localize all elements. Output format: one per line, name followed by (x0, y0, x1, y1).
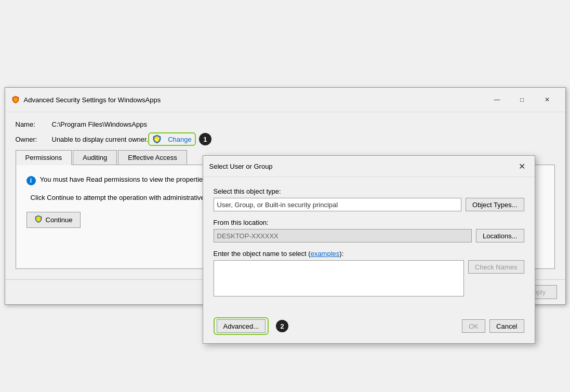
locations-button[interactable]: Locations... (476, 229, 524, 242)
object-name-label: Enter the object name to select (example… (214, 250, 524, 258)
step-badge-2: 2 (276, 320, 288, 332)
dialog-title-bar: Select User or Group ✕ (203, 156, 535, 177)
object-type-input[interactable] (214, 198, 462, 211)
tab-auditing[interactable]: Auditing (73, 150, 117, 165)
object-types-button[interactable]: Object Types... (466, 198, 524, 211)
close-button[interactable]: ✕ (535, 92, 559, 107)
tab-effective-access[interactable]: Effective Access (118, 150, 187, 165)
owner-row: Owner: Unable to display current owner. … (16, 132, 555, 146)
shield-icon (152, 134, 162, 144)
object-name-label-text: Enter the object name to select ( (214, 250, 311, 258)
step-badge-1: 1 (199, 133, 211, 145)
dialog-footer: Advanced... 2 OK Cancel (203, 312, 535, 343)
check-names-button[interactable]: Check Names (468, 260, 524, 274)
location-label: From this location: (214, 219, 524, 226)
dialog-title: Select User or Group (209, 163, 273, 170)
dialog-ok-button[interactable]: OK (462, 319, 485, 333)
location-section: From this location: Locations... (214, 219, 524, 242)
name-row: Name: C:\Program Files\WindowsApps (16, 120, 555, 128)
dialog-cancel-button[interactable]: Cancel (489, 319, 524, 333)
window-title: Advanced Security Settings for WindowsAp… (24, 96, 485, 104)
object-type-row: Object Types... (214, 198, 524, 211)
title-bar-controls: — □ ✕ (485, 92, 559, 107)
object-type-label: Select this object type: (214, 187, 524, 195)
tab-permissions[interactable]: Permissions (16, 150, 72, 165)
select-user-group-dialog: Select User or Group ✕ Select this objec… (203, 155, 535, 344)
object-name-label-end: ): (339, 250, 343, 258)
location-input[interactable] (214, 229, 472, 242)
owner-value: Unable to display current owner. (52, 136, 149, 143)
dialog-close-button[interactable]: ✕ (516, 160, 528, 172)
continue-shield-icon (34, 215, 43, 225)
object-name-section: Enter the object name to select (example… (214, 250, 524, 296)
minimize-button[interactable]: — (485, 92, 509, 107)
dialog-body: Select this object type: Object Types...… (203, 177, 535, 312)
window-icon (11, 96, 20, 104)
continue-button[interactable]: Continue (26, 212, 81, 228)
advanced-highlight: Advanced... (214, 317, 269, 335)
advanced-button[interactable]: Advanced... (217, 319, 266, 333)
object-type-section: Select this object type: Object Types... (214, 187, 524, 211)
owner-label: Owner: (16, 136, 52, 143)
main-window: Advanced Security Settings for WindowsAp… (5, 87, 566, 305)
name-value: C:\Program Files\WindowsApps (52, 120, 148, 128)
info-icon: i (26, 176, 36, 185)
title-bar: Advanced Security Settings for WindowsAp… (5, 88, 565, 112)
change-link[interactable]: Change (168, 136, 192, 143)
object-name-row: Check Names (214, 260, 524, 296)
maximize-button[interactable]: □ (510, 92, 534, 107)
object-name-input[interactable] (214, 260, 464, 296)
location-row: Locations... (214, 229, 524, 242)
name-label: Name: (16, 120, 52, 128)
continue-button-label: Continue (46, 216, 73, 224)
change-highlight: Change (148, 132, 196, 146)
examples-link[interactable]: examples (311, 250, 340, 258)
